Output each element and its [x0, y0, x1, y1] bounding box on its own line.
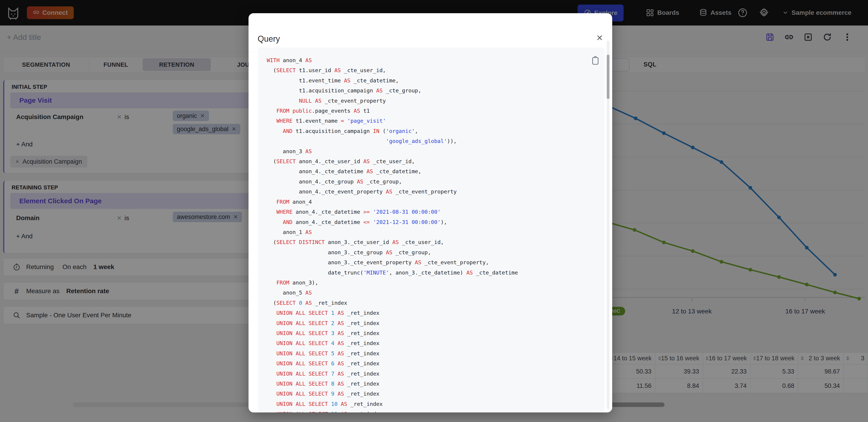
sql-code-line: AND t1.acquisition_campaign IN ('organic…: [267, 126, 600, 136]
sql-code-line: AND anon_4._cte_datetime <= '2021-12-31 …: [267, 217, 600, 227]
sql-code-line: UNION ALL SELECT 1 AS _ret_index: [267, 308, 600, 318]
modal-scrollbar-thumb[interactable]: [607, 55, 610, 99]
app-root: Connect Explore Boards: [0, 0, 868, 422]
sql-code-line: UNION ALL SELECT 7 AS _ret_index: [267, 369, 600, 379]
sql-code-line: anon_3._cte_group AS _cte_group,: [267, 247, 600, 258]
sql-code-line: anon_4._cte_event_property AS _cte_event…: [267, 187, 600, 197]
sql-code-line: 'google_ads_global')),: [267, 136, 600, 146]
query-modal: Query ✕ WITH anon_4 AS (SELECT t1.user_i…: [249, 13, 612, 413]
close-icon[interactable]: ✕: [596, 33, 603, 43]
sql-code-line: (SELECT anon_4._cte_user_id AS _cte_user…: [267, 156, 600, 167]
sql-code-line: anon_3 AS: [267, 146, 600, 156]
sql-code-line: (SELECT 0 AS _ret_index: [267, 298, 600, 308]
sql-code-line: UNION ALL SELECT 2 AS _ret_index: [267, 318, 600, 328]
sql-code-line: anon_1 AS: [267, 227, 600, 237]
modal-title: Query: [258, 34, 280, 44]
sql-code-line: (SELECT DISTINCT anon_3._cte_user_id AS …: [267, 237, 600, 247]
sql-code-line: UNION ALL SELECT 6 AS _ret_index: [267, 359, 600, 368]
sql-code-line: anon_5 AS: [267, 288, 600, 298]
sql-code-line: NULL AS _cte_event_property: [267, 96, 600, 106]
sql-code-line: anon_4._cte_datetime AS _cte_datetime,: [267, 167, 600, 176]
sql-code-line: t1.acquisition_campaign AS _cte_group,: [267, 86, 600, 96]
sql-code-line: UNION ALL SELECT 11 AS _ret_index: [267, 409, 600, 413]
sql-code-line: UNION ALL SELECT 5 AS _ret_index: [267, 349, 600, 359]
sql-code-line: anon_3._cte_event_property AS _cte_event…: [267, 258, 600, 267]
copy-icon[interactable]: [591, 56, 599, 65]
sql-code-line: UNION ALL SELECT 8 AS _ret_index: [267, 379, 600, 389]
sql-code-line: date_trunc('MINUTE', anon_3._cte_datetim…: [267, 268, 600, 278]
sql-code-line: UNION ALL SELECT 3 AS _ret_index: [267, 328, 600, 338]
sql-code-line: FROM public.page_events AS t1: [267, 106, 600, 116]
sql-code-line: WITH anon_4 AS: [267, 55, 600, 65]
sql-code-line: WHERE anon_4._cte_datetime >= '2021-08-3…: [267, 207, 600, 217]
sql-code-line: t1.event_time AS _cte_datetime,: [267, 76, 600, 86]
sql-code-line: (SELECT t1.user_id AS _cte_user_id,: [267, 65, 600, 76]
sql-code-block: WITH anon_4 AS (SELECT t1.user_id AS _ct…: [258, 48, 604, 413]
sql-code-line: FROM anon_4: [267, 197, 600, 207]
sql-code-line: UNION ALL SELECT 4 AS _ret_index: [267, 338, 600, 348]
sql-code-line: WHERE t1.event_name = 'page_visit': [267, 116, 600, 126]
sql-code-line: FROM anon_3),: [267, 278, 600, 288]
sql-code-line: UNION ALL SELECT 10 AS _ret_index: [267, 399, 600, 409]
sql-code-line: UNION ALL SELECT 9 AS _ret_index: [267, 389, 600, 399]
sql-code-line: anon_4._cte_group AS _cte_group,: [267, 177, 600, 187]
